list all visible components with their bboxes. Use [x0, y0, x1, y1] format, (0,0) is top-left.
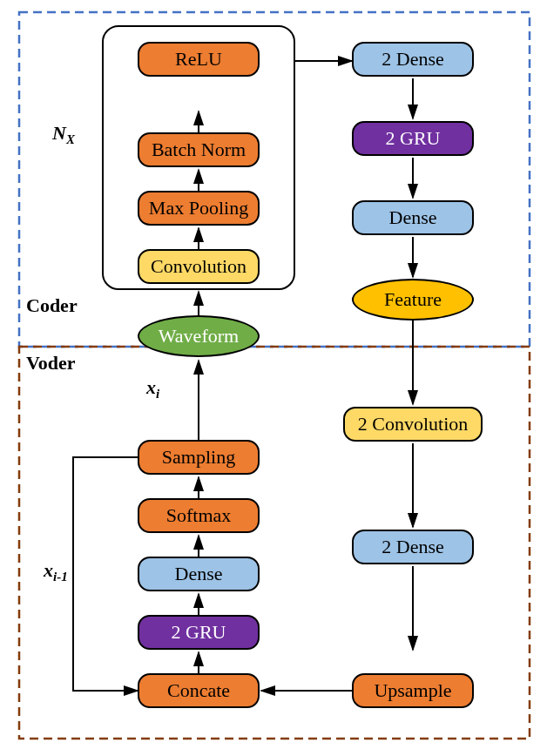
dense-left-node: Dense — [138, 557, 260, 591]
relu-node: ReLU — [138, 42, 260, 77]
arrow-feedback-loop — [73, 457, 138, 691]
xi-main: x — [146, 376, 156, 398]
concate-node: Concate — [138, 673, 260, 708]
two-dense-top-node: 2 Dense — [352, 42, 474, 77]
maxpool-node: Max Pooling — [138, 191, 260, 226]
nx-main: N — [52, 122, 66, 144]
dense-right-node: Dense — [352, 200, 474, 235]
upsample-node: Upsample — [352, 673, 474, 708]
xi-sub: i — [156, 387, 159, 401]
softmax-node: Softmax — [138, 498, 260, 533]
feature-node: Feature — [352, 279, 474, 321]
xi1-label: xi-1 — [44, 559, 68, 584]
nx-sub: X — [66, 132, 75, 146]
two-convolution-node: 2 Convolution — [343, 407, 483, 442]
two-gru-right-node: 2 GRU — [352, 121, 474, 156]
convolution-node: Convolution — [138, 249, 260, 284]
sampling-node: Sampling — [138, 440, 260, 475]
waveform-node: Waveform — [138, 315, 260, 357]
xi1-sub: i-1 — [53, 570, 68, 584]
voder-label: Voder — [26, 352, 76, 375]
nx-label: NX — [52, 122, 75, 147]
two-gru-left-node: 2 GRU — [138, 615, 260, 650]
two-dense-bot-node: 2 Dense — [352, 530, 474, 564]
xi-label: xi — [146, 376, 159, 402]
xi1-main: x — [44, 559, 53, 581]
coder-label: Coder — [26, 294, 78, 317]
batchnorm-node: Batch Norm — [138, 132, 260, 167]
diagram-canvas — [0, 0, 547, 756]
